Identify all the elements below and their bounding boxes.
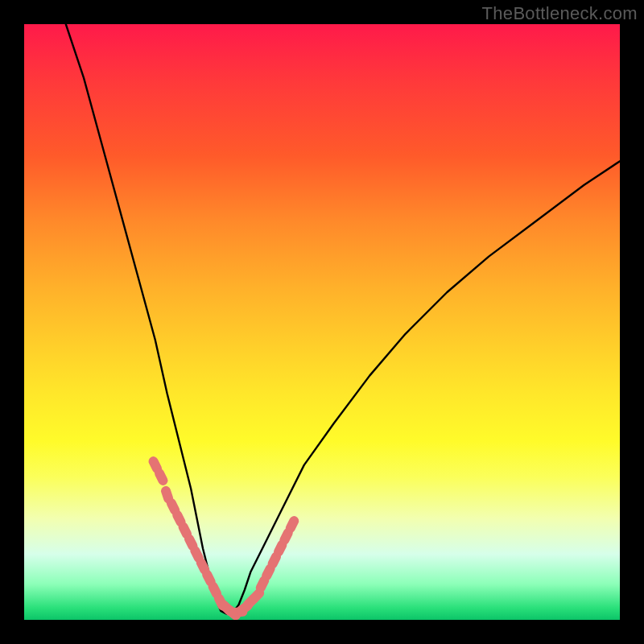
marker-group — [147, 455, 301, 620]
curve-svg — [24, 24, 620, 620]
curve-line — [66, 24, 620, 614]
chart-frame: TheBottleneck.com — [0, 0, 644, 644]
watermark-text: TheBottleneck.com — [482, 3, 638, 24]
plot-area — [24, 24, 620, 620]
